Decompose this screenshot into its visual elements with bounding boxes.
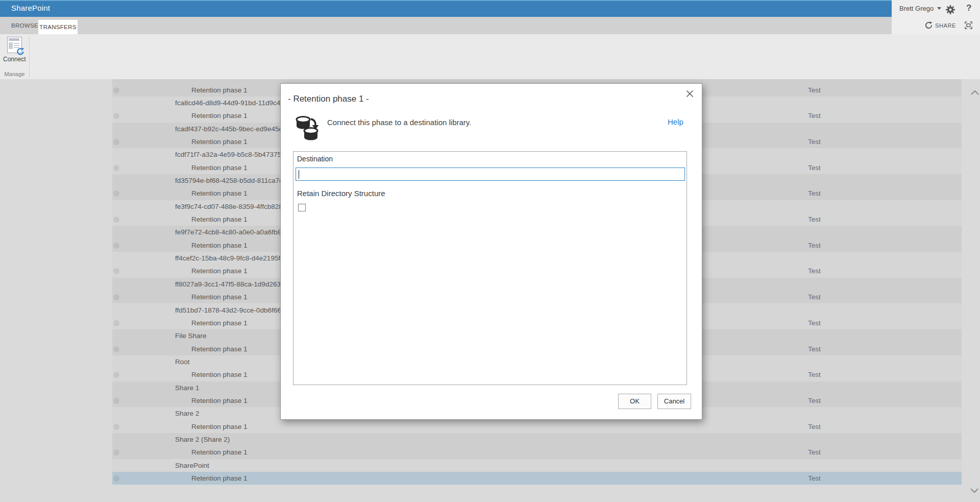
retain-directory-label: Retain Directory Structure — [297, 189, 385, 198]
destination-input[interactable] — [296, 168, 685, 181]
row-value: Test — [808, 135, 821, 148]
row-value: Test — [808, 239, 821, 252]
phase-bullet-icon — [113, 424, 119, 430]
row-label: Retention phase 1 — [191, 394, 248, 407]
cancel-button[interactable]: Cancel — [657, 394, 691, 409]
phase-bullet-icon — [113, 372, 119, 378]
connect-button[interactable]: Connect — [3, 37, 26, 66]
share-button-label: SHARE — [935, 22, 956, 29]
phase-bullet-icon — [113, 113, 119, 119]
row-label: Retention phase 1 — [191, 265, 248, 277]
row-label: fd35794e-bf68-4258-b5dd-811ca7c — [175, 174, 283, 187]
text-cursor — [299, 170, 299, 179]
retain-directory-checkbox[interactable] — [298, 204, 306, 211]
ok-button[interactable]: OK — [618, 394, 651, 409]
user-menu[interactable]: Brett Grego — [899, 5, 941, 12]
row-label: ff8027a9-3cc1-47f5-88ca-1d9d2630 — [175, 278, 284, 291]
row-label: Retention phase 1 — [191, 135, 248, 148]
table-row[interactable]: Retention phase 1Test — [112, 446, 962, 459]
row-label: ffd51bd7-1878-43d2-9cce-0db6f66 — [175, 304, 281, 317]
row-label: SharePoint — [175, 459, 209, 472]
row-label: fe3f9c74-cd07-488e-8359-4ffcb828 — [175, 200, 283, 213]
row-value: Test — [808, 317, 821, 329]
row-label: Retention phase 1 — [191, 239, 248, 252]
row-label: fca8cd46-d8d9-44d9-91bd-11d9c40 — [175, 97, 284, 109]
scrollbar-down-arrow[interactable] — [970, 486, 978, 495]
row-label: fcdf71f7-a32a-4e59-b5c8-5b473759 — [175, 148, 285, 161]
destination-label: Destination — [297, 155, 333, 163]
row-label: fe9f7e72-4cb8-4c80-a0e0-a0a6fb8c — [175, 226, 285, 238]
row-label: Retention phase 1 — [191, 317, 248, 329]
connect-page-icon — [7, 37, 22, 53]
row-value: Test — [808, 161, 821, 174]
row-value: Test — [808, 84, 821, 97]
help-link[interactable]: Help — [668, 117, 683, 126]
row-label: Root — [175, 355, 190, 368]
help-icon[interactable]: ? — [966, 3, 971, 13]
dialog-title: - Retention phase 1 - — [288, 94, 369, 104]
focus-mode-icon[interactable] — [965, 21, 972, 31]
phase-bullet-icon — [113, 165, 119, 171]
settings-gear-icon[interactable] — [945, 5, 955, 15]
row-label: Share 1 — [175, 381, 199, 394]
share-sync-icon — [925, 21, 933, 29]
row-value: Test — [808, 291, 821, 303]
row-value: Test — [808, 420, 821, 433]
row-value: Test — [808, 368, 821, 381]
phase-bullet-icon — [113, 449, 119, 456]
ribbon-tab-strip: BROWSE TRANSFERS — [0, 17, 892, 34]
row-label: Retention phase 1 — [191, 343, 248, 355]
row-label: ff4cef2c-15ba-48c9-9fc8-d4e2195f0 — [175, 252, 284, 265]
suite-bar: SharePoint — [0, 0, 892, 17]
phase-bullet-icon — [113, 87, 119, 93]
close-icon[interactable] — [686, 90, 696, 100]
table-row[interactable]: Share 2 (Share 2) — [112, 433, 962, 446]
suite-bar-highlight — [0, 0, 892, 1]
share-button[interactable]: SHARE — [925, 21, 956, 29]
user-name: Brett Grego — [899, 5, 934, 12]
refresh-arrows-icon — [16, 47, 24, 56]
ribbon: Connect Manage — [0, 34, 980, 79]
phase-bullet-icon — [113, 398, 119, 404]
row-label: Retention phase 1 — [191, 368, 248, 381]
row-value: Test — [808, 109, 821, 122]
connect-button-label: Connect — [3, 56, 26, 63]
row-value: Test — [808, 472, 821, 485]
connect-phase-dialog: - Retention phase 1 - Connect this phase… — [280, 83, 702, 420]
row-label: File Share — [175, 329, 207, 342]
row-label: Retention phase 1 — [191, 420, 248, 433]
table-row[interactable]: Retention phase 1Test — [112, 420, 962, 433]
row-value: Test — [808, 343, 821, 355]
row-value: Test — [808, 446, 821, 459]
phase-bullet-icon — [113, 346, 119, 352]
destination-fieldset: Destination Retain Directory Structure — [293, 151, 687, 385]
phase-bullet-icon — [113, 475, 119, 482]
ribbon-group-divider — [29, 36, 30, 77]
row-value: Test — [808, 213, 821, 226]
row-value: Test — [808, 394, 821, 407]
row-value: Test — [808, 265, 821, 277]
phase-bullet-icon — [113, 294, 119, 300]
row-label: Retention phase 1 — [191, 161, 248, 174]
scrollbar-up-arrow[interactable] — [971, 88, 979, 97]
row-label: Retention phase 1 — [191, 213, 248, 226]
chevron-down-icon — [937, 7, 941, 10]
table-row[interactable]: Retention phase 1Test — [112, 472, 962, 485]
phase-bullet-icon — [113, 320, 119, 326]
tab-transfers[interactable]: TRANSFERS — [38, 20, 78, 34]
row-value: Test — [808, 187, 821, 200]
row-label: Share 2 — [175, 407, 199, 420]
ribbon-group-label-manage: Manage — [0, 71, 29, 77]
sharepoint-logo: SharePoint — [11, 4, 50, 12]
dialog-message: Connect this phase to a destination libr… — [327, 118, 471, 127]
phase-bullet-icon — [113, 139, 119, 145]
row-label: Share 2 (Share 2) — [175, 433, 230, 446]
phase-bullet-icon — [113, 243, 119, 249]
tab-browse[interactable]: BROWSE — [7, 17, 42, 34]
phase-bullet-icon — [113, 217, 119, 223]
row-label: Retention phase 1 — [191, 109, 248, 122]
table-row[interactable]: SharePoint — [112, 459, 962, 472]
row-label: Retention phase 1 — [191, 291, 248, 303]
row-label: Retention phase 1 — [191, 446, 248, 459]
row-label: Retention phase 1 — [191, 472, 248, 485]
